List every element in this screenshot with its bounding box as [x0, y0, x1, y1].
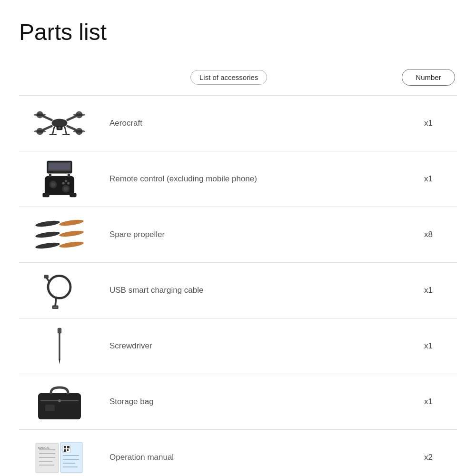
svg-rect-62 — [64, 446, 66, 448]
remote-icon — [33, 160, 86, 198]
item-image-propeller — [19, 216, 100, 254]
svg-point-11 — [34, 130, 46, 133]
svg-rect-52 — [45, 405, 55, 411]
bag-icon — [33, 383, 86, 421]
svg-rect-21 — [49, 163, 70, 169]
svg-point-51 — [58, 399, 61, 402]
item-name-remote: Remote control (excluding mobile phone) — [100, 174, 400, 184]
svg-rect-31 — [68, 174, 70, 177]
page-container: Parts list List of accessories Number — [0, 0, 476, 476]
screwdriver-icon — [33, 327, 86, 365]
svg-point-40 — [48, 276, 70, 298]
item-image-screwdriver — [19, 327, 100, 365]
table-row: Storage bag x1 — [19, 374, 457, 429]
item-image-remote — [19, 160, 100, 198]
table-header: List of accessories Number — [19, 64, 457, 95]
item-name-propeller: Spare propeller — [100, 230, 400, 239]
svg-text:MANUAL: MANUAL — [38, 446, 50, 449]
svg-point-35 — [59, 218, 84, 227]
manual-icon: MANUAL — [33, 438, 86, 476]
table-row: Aerocraft x1 — [19, 95, 457, 151]
table-row: MANUAL Operation manual x2 — [19, 429, 457, 476]
svg-point-24 — [51, 182, 55, 187]
svg-rect-63 — [67, 446, 69, 448]
svg-point-12 — [73, 130, 85, 133]
svg-marker-48 — [59, 359, 60, 364]
svg-rect-45 — [44, 275, 49, 279]
svg-point-10 — [73, 113, 85, 116]
drone-icon — [33, 104, 86, 142]
svg-rect-49 — [38, 393, 81, 419]
svg-rect-30 — [49, 174, 51, 177]
table-row: USB smart charging cable x1 — [19, 262, 457, 318]
item-image-aerocraft — [19, 104, 100, 142]
svg-rect-22 — [45, 176, 74, 195]
item-qty-screwdriver: x1 — [400, 341, 457, 351]
item-image-manual: MANUAL — [19, 438, 100, 476]
svg-rect-43 — [53, 307, 57, 308]
svg-line-15 — [52, 127, 54, 135]
item-image-bag — [19, 383, 100, 421]
item-qty-propeller: x8 — [400, 230, 457, 239]
item-name-screwdriver: Screwdriver — [100, 341, 400, 351]
page-title: Parts list — [19, 19, 457, 45]
svg-point-36 — [35, 230, 60, 238]
item-name-aerocraft: Aerocraft — [100, 119, 400, 128]
svg-point-14 — [58, 127, 61, 129]
item-qty-manual: x2 — [400, 453, 457, 462]
header-accessories: List of accessories — [190, 70, 400, 85]
svg-rect-33 — [69, 193, 76, 197]
svg-point-26 — [64, 187, 68, 191]
svg-point-28 — [67, 182, 69, 184]
svg-point-9 — [34, 113, 46, 116]
item-name-cable: USB smart charging cable — [100, 286, 400, 295]
cable-icon — [33, 271, 86, 309]
item-qty-bag: x1 — [400, 397, 457, 407]
number-label: Number — [402, 69, 455, 86]
table-row: Remote control (excluding mobile phone) … — [19, 151, 457, 207]
item-name-manual: Operation manual — [100, 453, 400, 462]
item-qty-aerocraft: x1 — [400, 119, 457, 128]
parts-table: List of accessories Number — [19, 64, 457, 476]
svg-point-34 — [35, 219, 60, 228]
svg-rect-47 — [59, 333, 60, 360]
table-row: Screwdriver x1 — [19, 318, 457, 374]
svg-line-16 — [65, 127, 67, 135]
svg-rect-64 — [64, 449, 66, 452]
item-qty-cable: x1 — [400, 286, 457, 295]
svg-point-37 — [59, 229, 84, 238]
header-number: Number — [400, 69, 457, 86]
accessories-label: List of accessories — [190, 70, 267, 85]
propeller-icon — [33, 216, 86, 254]
item-qty-remote: x1 — [400, 174, 457, 184]
svg-point-39 — [59, 240, 84, 248]
svg-point-38 — [35, 241, 60, 249]
svg-rect-32 — [42, 193, 49, 197]
item-image-cable — [19, 271, 100, 309]
svg-point-27 — [65, 180, 67, 182]
svg-point-29 — [62, 182, 64, 184]
svg-rect-46 — [58, 328, 61, 334]
item-name-bag: Storage bag — [100, 397, 400, 407]
svg-line-41 — [55, 298, 56, 307]
svg-rect-65 — [67, 449, 69, 451]
table-row: Spare propeller x8 — [19, 207, 457, 262]
